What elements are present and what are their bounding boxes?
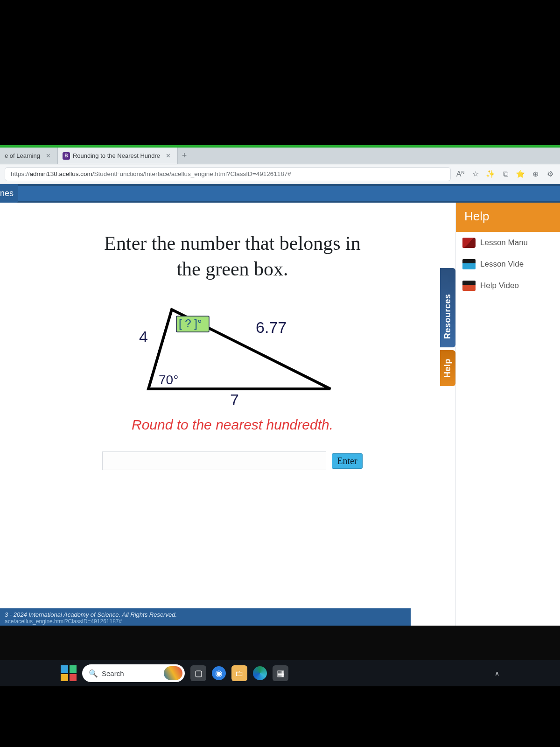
help-panel: Help Lesson Manu Lesson Vide Help Video (455, 203, 560, 626)
search-highlight-icon (164, 666, 182, 680)
tab-favicon: B (63, 152, 70, 160)
browser-tab-strip: e of Learning ✕ B Rounding to the Neares… (0, 148, 560, 164)
copyright-text: 3 - 2024 International Academy of Scienc… (5, 611, 177, 618)
triangle-diagram: 4 6.77 7 70° [ ? ]° (116, 296, 349, 408)
collections-icon[interactable]: ⊕ (530, 169, 540, 178)
unit-label-fragment: nes (0, 184, 18, 203)
help-item-lesson-manual[interactable]: Lesson Manu (456, 232, 560, 254)
browser-tab-inactive[interactable]: e of Learning ✕ (0, 148, 58, 164)
help-panel-title: Help (456, 203, 560, 232)
close-icon[interactable]: ✕ (46, 152, 51, 159)
task-view-icon[interactable]: ▢ (190, 665, 206, 681)
file-explorer-icon[interactable]: 🗀 (231, 665, 247, 681)
help-item-label: Help Video (480, 281, 519, 290)
browser-toolbar: https://admin130.acellus.com/StudentFunc… (0, 164, 560, 184)
book-icon (462, 238, 476, 248)
question-area: Enter the number that belongs in the gre… (0, 203, 455, 626)
help-tab[interactable]: Help (440, 350, 455, 386)
read-aloud-icon[interactable]: Aᴺ (455, 169, 466, 178)
footer-path: ace/acellus_engine.html?ClassID=49126118… (5, 618, 406, 625)
app-grid-icon[interactable]: ▦ (273, 665, 288, 681)
side-label-bottom: 7 (230, 391, 239, 408)
new-tab-button[interactable]: + (178, 148, 191, 164)
start-button[interactable] (61, 665, 77, 681)
tab-title: Rounding to the Nearest Hundre (73, 152, 160, 159)
help-item-lesson-video[interactable]: Lesson Vide (456, 254, 560, 275)
enter-button[interactable]: Enter (332, 453, 362, 469)
question-prompt: Enter the number that belongs in the gre… (50, 231, 414, 282)
angle-label: 70° (159, 373, 178, 387)
search-placeholder: Search (102, 669, 124, 677)
side-label-hyp: 6.77 (256, 318, 287, 336)
close-icon[interactable]: ✕ (166, 152, 171, 159)
help-item-label: Lesson Vide (480, 260, 524, 269)
system-tray[interactable]: ∧ (495, 669, 499, 677)
rounding-instruction: Round to the nearest hundredth. (37, 417, 427, 433)
site-header-band (0, 184, 560, 203)
url-path: /StudentFunctions/Interface/acellus_engi… (92, 170, 291, 177)
unknown-angle-label: [ ? ]° (179, 317, 202, 330)
camera-app-icon[interactable]: ◉ (212, 666, 226, 680)
lesson-app: Enter the number that belongs in the gre… (0, 203, 560, 626)
resources-tab[interactable]: Resources (440, 268, 455, 347)
sparkle-icon[interactable]: ✨ (485, 169, 496, 178)
answer-input[interactable] (102, 451, 326, 470)
browser-tab-active[interactable]: B Rounding to the Nearest Hundre ✕ (58, 148, 178, 164)
address-bar[interactable]: https://admin130.acellus.com/StudentFunc… (5, 167, 451, 181)
tab-title: e of Learning (5, 152, 40, 159)
prompt-line: Enter the number that belongs in (104, 233, 360, 254)
help-item-label: Lesson Manu (480, 238, 528, 247)
windows-taskbar: 🔍 Search ▢ ◉ 🗀 ▦ ∧ (0, 660, 560, 686)
help-item-help-video[interactable]: Help Video (456, 275, 560, 296)
tray-caret-icon[interactable]: ∧ (495, 669, 499, 677)
url-prefix: https:// (11, 170, 30, 177)
favorites-bar-icon[interactable]: ⭐ (515, 169, 525, 178)
side-tabs: Resources Help (440, 268, 455, 386)
settings-icon[interactable]: ⚙ (545, 169, 555, 178)
search-icon: 🔍 (89, 669, 98, 678)
answer-row: Enter (37, 451, 427, 470)
taskbar-search[interactable]: 🔍 Search (82, 664, 185, 682)
split-icon[interactable]: ⧉ (500, 170, 511, 178)
side-label-left: 4 (139, 328, 148, 345)
url-host: admin130.acellus.com (30, 170, 92, 177)
edge-browser-icon[interactable] (253, 666, 267, 680)
favorite-icon[interactable]: ☆ (470, 169, 481, 178)
clapper-icon (462, 259, 476, 269)
clapper-icon (462, 281, 476, 291)
prompt-line: the green box. (176, 258, 288, 280)
site-footer: 3 - 2024 International Academy of Scienc… (0, 608, 411, 626)
